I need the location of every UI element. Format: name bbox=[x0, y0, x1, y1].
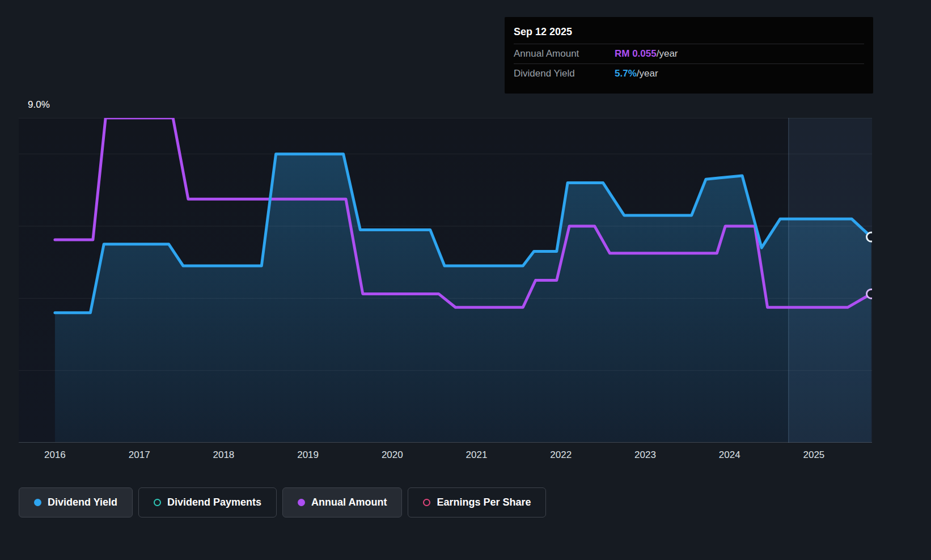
tooltip-label: Annual Amount bbox=[514, 48, 615, 60]
legend-label-earnings-per-share: Earnings Per Share bbox=[437, 497, 531, 508]
x-tick-2021: 2021 bbox=[466, 449, 488, 461]
chart-legend: Dividend YieldDividend PaymentsAnnual Am… bbox=[19, 487, 546, 517]
legend-label-annual-amount: Annual Amount bbox=[311, 497, 387, 508]
tooltip-row-annual-amount: Annual Amount RM 0.055 /year bbox=[514, 44, 864, 63]
x-tick-2023: 2023 bbox=[634, 449, 656, 461]
hover-tooltip: Sep 12 2025 Annual Amount RM 0.055 /year… bbox=[505, 17, 873, 94]
x-tick-2022: 2022 bbox=[550, 449, 572, 461]
annual-amount-marker-icon bbox=[298, 499, 305, 506]
x-tick-2016: 2016 bbox=[44, 449, 66, 461]
x-tick-2019: 2019 bbox=[297, 449, 319, 461]
tooltip-value: 5.7% bbox=[615, 68, 637, 79]
earnings-per-share-marker-icon bbox=[423, 499, 430, 506]
tooltip-value: RM 0.055 bbox=[615, 48, 657, 60]
chart-plot-area[interactable] bbox=[19, 118, 872, 443]
chart-canvas[interactable] bbox=[19, 118, 872, 443]
tooltip-suffix: /year bbox=[637, 68, 658, 79]
y-axis-top-label: 9.0% bbox=[28, 99, 50, 111]
x-tick-2025: 2025 bbox=[803, 449, 824, 461]
tooltip-label: Dividend Yield bbox=[514, 68, 615, 79]
tooltip-row-dividend-yield: Dividend Yield 5.7% /year bbox=[514, 63, 864, 83]
x-tick-2024: 2024 bbox=[719, 449, 740, 461]
legend-label-dividend-yield: Dividend Yield bbox=[48, 497, 117, 508]
legend-item-earnings-per-share[interactable]: Earnings Per Share bbox=[408, 487, 546, 517]
x-tick-2017: 2017 bbox=[129, 449, 150, 461]
dividend-payments-marker-icon bbox=[154, 499, 161, 506]
x-axis: 2016201720182019202020212022202320242025 bbox=[19, 449, 872, 465]
dividend-yield-marker-icon bbox=[34, 499, 41, 506]
x-tick-2020: 2020 bbox=[382, 449, 403, 461]
legend-label-dividend-payments: Dividend Payments bbox=[167, 497, 261, 508]
x-tick-2018: 2018 bbox=[213, 449, 234, 461]
legend-item-annual-amount[interactable]: Annual Amount bbox=[282, 487, 402, 517]
legend-item-dividend-payments[interactable]: Dividend Payments bbox=[138, 487, 277, 517]
tooltip-suffix: /year bbox=[657, 48, 678, 60]
legend-item-dividend-yield[interactable]: Dividend Yield bbox=[19, 487, 133, 517]
tooltip-date: Sep 12 2025 bbox=[514, 23, 864, 44]
